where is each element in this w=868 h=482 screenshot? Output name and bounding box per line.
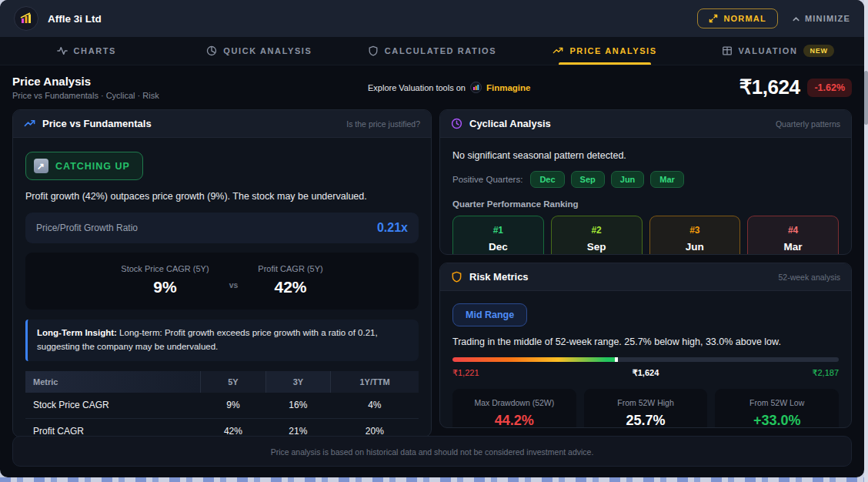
risk-card-header: Risk Metrics 52-week analysis xyxy=(440,263,851,291)
quarter-ranking-row: #1 Dec #2 Sep #3 Jun xyxy=(452,216,839,255)
clock-icon xyxy=(451,118,462,129)
long-term-insight: Long-Term Insight: Long-term: Profit gro… xyxy=(25,320,419,361)
pvf-card-header: Price vs Fundamentals Is the price justi… xyxy=(13,110,431,138)
risk-card-title: Risk Metrics xyxy=(469,271,529,283)
content-area: Price vs Fundamentals Is the price justi… xyxy=(0,108,864,428)
chevron-up-icon xyxy=(792,15,800,23)
cagr-table: Metric 5Y 3Y 1Y/TTM Stock Price CAGR 9% xyxy=(25,371,419,437)
status-badge: ↗ CATCHING UP xyxy=(25,152,143,180)
profit-cagr-value: 42% xyxy=(258,278,322,296)
page-scrollbar-thumb[interactable] xyxy=(864,71,868,125)
range-current-value: ₹1,624 xyxy=(633,368,659,378)
cagr-compare-box: Stock Price CAGR (5Y) 9% vs Profit CAGR … xyxy=(25,253,419,310)
cyclical-analysis-card: Cyclical Analysis Quarterly patterns No … xyxy=(439,109,852,255)
risk-metric-boxes: Max Drawdown (52W) 44.2% From 52W High 2… xyxy=(452,389,839,428)
resize-arrows-icon xyxy=(709,14,718,23)
range-labels: ₹1,221 ₹1,624 ₹2,187 xyxy=(452,368,839,378)
positive-quarters-row: Positive Quarters: Dec Sep Jun Mar xyxy=(452,171,839,188)
cyclical-card-hint: Quarterly patterns xyxy=(776,119,840,129)
tab-bar: CHARTS QUICK ANALYSIS CALCULATED RATIOS … xyxy=(0,37,864,65)
pvf-card-hint: Is the price justified? xyxy=(346,119,420,129)
company-name: Affle 3i Ltd xyxy=(48,13,102,25)
range-bar-fill xyxy=(452,357,615,362)
range-high-value: ₹2,187 xyxy=(812,368,839,378)
table-icon xyxy=(722,45,733,56)
risk-metrics-card: Risk Metrics 52-week analysis Mid Range … xyxy=(439,263,852,428)
table-row: Profit CAGR 42% 21% 20% xyxy=(25,418,419,437)
background-page-bottom-edge xyxy=(0,477,868,482)
tab-valuation[interactable]: VALUATION NEW xyxy=(691,37,864,65)
tab-price-analysis[interactable]: PRICE ANALYSIS xyxy=(519,37,692,65)
from-52w-low-box: From 52W Low +33.0% xyxy=(715,389,839,428)
pvf-summary-text: Profit growth (42%) outpaces price growt… xyxy=(25,191,419,202)
quarter-pill: Mar xyxy=(650,171,684,188)
cyclical-card-header: Cyclical Analysis Quarterly patterns xyxy=(440,110,851,138)
rank-card: #3 Jun xyxy=(649,216,741,255)
table-row: Stock Price CAGR 9% 16% 4% xyxy=(25,393,419,419)
growth-ratio-row: Price/Profit Growth Ratio 0.21x xyxy=(25,213,419,243)
rank-card: #2 Sep xyxy=(551,216,643,255)
trending-up-icon xyxy=(553,45,563,56)
current-price: ₹1,624 xyxy=(739,75,800,99)
brand-name: Finmagine xyxy=(486,83,531,92)
screen: Affle 3i Ltd NORMAL MINIMIZE xyxy=(0,0,868,482)
disclaimer-bar: Price analysis is based on historical da… xyxy=(12,436,852,467)
trending-up-icon xyxy=(24,118,35,129)
rank-card: #1 Dec xyxy=(452,216,544,255)
price-change-badge: -1.62% xyxy=(807,79,852,97)
from-52w-high-box: From 52W High 25.7% xyxy=(584,389,708,428)
stock-price-cagr-value: 9% xyxy=(121,278,209,296)
pvf-card-title: Price vs Fundamentals xyxy=(42,118,152,129)
pie-chart-icon xyxy=(206,45,217,56)
new-badge: NEW xyxy=(803,45,833,57)
range-position-badge: Mid Range xyxy=(452,303,527,326)
explore-valuation-link[interactable]: Explore Valuation tools on Finmagine xyxy=(159,82,739,93)
risk-card-hint: 52-week analysis xyxy=(778,273,840,282)
minimize-button[interactable]: MINIMIZE xyxy=(792,14,850,23)
quarter-pill: Sep xyxy=(571,171,605,188)
finmagine-logo-icon xyxy=(14,6,38,31)
page-header: Price Analysis Price vs Fundamentals · C… xyxy=(0,65,864,108)
background-page-right-edge xyxy=(864,0,868,482)
table-header-row: Metric 5Y 3Y 1Y/TTM xyxy=(25,371,419,393)
quarter-pill: Dec xyxy=(530,171,564,188)
page-title: Price Analysis xyxy=(12,75,159,88)
growth-ratio-value: 0.21x xyxy=(377,221,408,235)
vs-label: vs xyxy=(229,271,239,290)
finmagine-mini-logo-icon xyxy=(470,82,482,93)
normal-mode-button[interactable]: NORMAL xyxy=(697,8,777,28)
ranking-section-label: Quarter Performance Ranking xyxy=(452,199,839,209)
quarter-pill: Jun xyxy=(611,171,645,188)
fifty-two-week-range-bar xyxy=(452,357,839,362)
disclaimer-text: Price analysis is based on historical da… xyxy=(271,447,594,457)
tab-calculated-ratios[interactable]: CALCULATED RATIOS xyxy=(346,37,519,65)
price-vs-fundamentals-card: Price vs Fundamentals Is the price justi… xyxy=(12,109,432,437)
activity-icon xyxy=(57,45,68,56)
current-price-marker xyxy=(615,357,618,362)
risk-message: Trading in the middle of 52-week range. … xyxy=(452,336,839,347)
seasonal-pattern-message: No significant seasonal pattern detected… xyxy=(452,150,839,161)
shield-icon xyxy=(451,271,462,283)
range-low-value: ₹1,221 xyxy=(452,368,479,378)
max-drawdown-box: Max Drawdown (52W) 44.2% xyxy=(452,389,576,428)
title-bar: Affle 3i Ltd NORMAL MINIMIZE xyxy=(0,0,864,37)
up-right-arrow-icon: ↗ xyxy=(34,159,48,173)
cyclical-card-title: Cyclical Analysis xyxy=(469,118,551,129)
finmagine-widget: Affle 3i Ltd NORMAL MINIMIZE xyxy=(0,0,864,477)
breadcrumb: Price vs Fundamentals · Cyclical · Risk xyxy=(12,91,159,100)
shield-icon xyxy=(368,45,379,56)
tab-charts[interactable]: CHARTS xyxy=(0,37,173,65)
rank-card: #4 Mar xyxy=(747,216,839,255)
tab-quick-analysis[interactable]: QUICK ANALYSIS xyxy=(173,37,346,65)
